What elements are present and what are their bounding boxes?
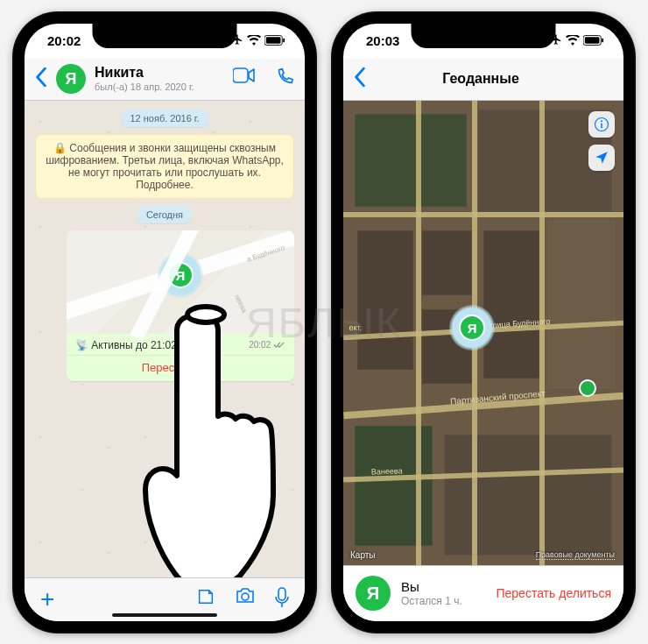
contact-last-seen: был(-а) 18 апр. 2020 г. <box>95 81 224 93</box>
road-label-ekt: ект. <box>349 323 362 332</box>
notch <box>412 24 556 48</box>
stop-sharing-in-bubble[interactable]: Перестать дел <box>67 355 294 381</box>
my-location-avatar: Я <box>459 315 485 341</box>
live-location-message[interactable]: а Будённого неева Я 📡 Активны до 21:02 2… <box>67 230 294 381</box>
battery-icon <box>264 33 285 48</box>
my-location-beacon[interactable]: Я <box>449 305 495 350</box>
contact-avatar[interactable]: Я <box>56 64 86 94</box>
home-indicator <box>112 613 217 617</box>
map-attribution: Карты <box>350 550 376 560</box>
map-legal-link[interactable]: Правовые документы <box>536 550 615 560</box>
contact-title-block[interactable]: Никита был(-а) 18 апр. 2020 г. <box>95 65 224 92</box>
date-chip-today: Сегодня <box>137 206 192 223</box>
satellite-map[interactable]: улица Будённого Партизанский проспект Ва… <box>343 101 623 565</box>
phone-frame-right: 20:03 Геоданные <box>331 11 636 633</box>
battery-icon <box>583 33 604 48</box>
location-avatar: Я <box>167 262 194 288</box>
phone-frame-left: 20:02 Я Никита был(-а) 18 апр. 2020 <box>12 11 317 633</box>
date-chip-old: 12 нояб. 2016 г. <box>121 110 208 127</box>
video-call-button[interactable] <box>233 67 256 90</box>
svg-rect-3 <box>233 68 248 82</box>
voice-call-button[interactable] <box>275 67 294 90</box>
location-beacon: Я <box>158 252 203 298</box>
poi-marker-icon[interactable] <box>579 379 596 397</box>
active-until-text: 📡 Активны до 21:02 <box>75 339 177 351</box>
status-time: 20:03 <box>366 33 399 48</box>
message-time: 20:02 <box>249 340 285 350</box>
home-indicator <box>431 613 536 617</box>
notch <box>93 24 237 48</box>
svg-rect-12 <box>601 123 602 128</box>
map-street-label: а Будённого <box>246 244 286 263</box>
map-info-button[interactable] <box>588 111 615 138</box>
attach-plus-button[interactable]: + <box>40 585 54 613</box>
mic-button[interactable] <box>275 587 289 612</box>
chat-header: Я Никита был(-а) 18 апр. 2020 г. <box>25 59 305 101</box>
live-location-map-thumb[interactable]: а Будённого неева Я <box>67 230 294 334</box>
svg-point-5 <box>242 593 249 600</box>
svg-rect-2 <box>283 39 285 43</box>
page-title: Геоданные <box>349 71 613 87</box>
chat-body: 12 нояб. 2016 г. 🔒 Сообщения и звонки за… <box>25 101 305 577</box>
contact-name: Никита <box>95 65 224 81</box>
status-time: 20:02 <box>47 33 81 48</box>
time-remaining: Остался 1 ч. <box>401 595 485 607</box>
my-avatar: Я <box>356 576 391 611</box>
road-label-vaneeva: Ванеева <box>371 467 403 477</box>
map-street-label: неева <box>233 293 249 314</box>
svg-rect-8 <box>585 37 600 43</box>
svg-rect-1 <box>266 37 281 43</box>
back-button[interactable] <box>35 67 47 90</box>
sticker-button[interactable] <box>196 587 215 612</box>
stop-sharing-button[interactable]: Перестать делиться <box>496 586 611 600</box>
svg-rect-9 <box>602 39 603 43</box>
recenter-button[interactable] <box>588 145 615 171</box>
camera-button[interactable] <box>235 587 256 612</box>
wifi-icon <box>247 33 261 48</box>
svg-point-11 <box>601 120 602 122</box>
geodata-header: Геоданные <box>343 59 623 101</box>
sharer-name: Вы <box>401 579 485 595</box>
wifi-icon <box>566 33 580 48</box>
live-location-icon: 📡 <box>75 339 88 351</box>
encryption-notice[interactable]: 🔒 Сообщения и звонки защищены сквозным ш… <box>35 134 294 199</box>
svg-rect-6 <box>278 588 285 600</box>
